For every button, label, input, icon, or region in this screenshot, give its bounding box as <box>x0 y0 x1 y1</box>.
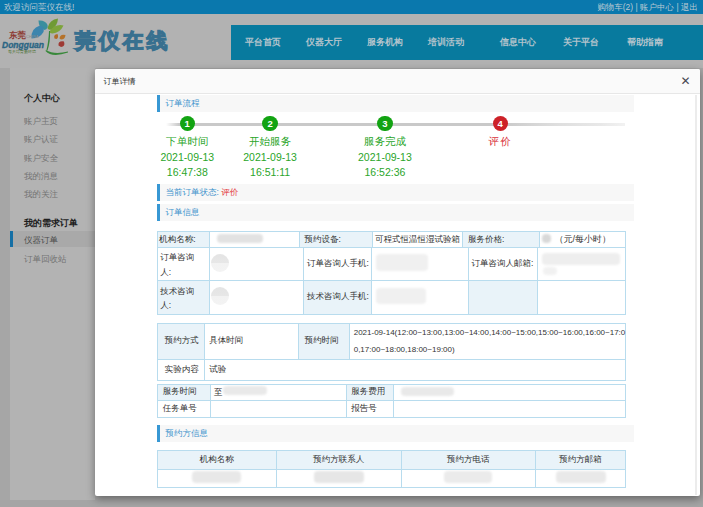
svg-text:CHINA: CHINA <box>26 34 39 39</box>
svg-text:每天培育新环境: 每天培育新环境 <box>8 49 36 54</box>
svg-text:莞仪在线: 莞仪在线 <box>74 29 171 52</box>
svg-text:东莞: 东莞 <box>8 30 27 40</box>
